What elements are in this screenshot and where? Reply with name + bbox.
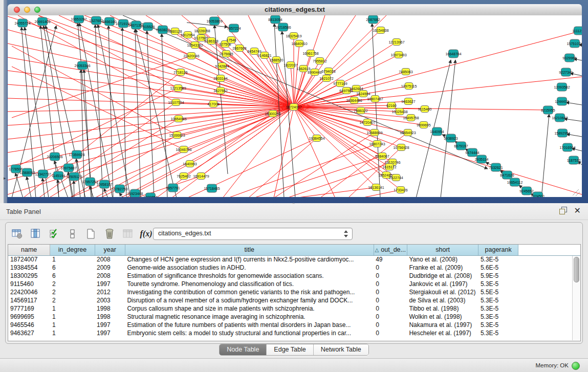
table-cell[interactable]: Changes of HCN gene expression and I(f) … (125, 255, 374, 264)
table-cell[interactable]: 0 (374, 264, 407, 272)
table-row[interactable]: 911546021997Tourette syndrome. Phenomeno… (8, 280, 580, 288)
table-cell[interactable]: 5.3E-5 (478, 296, 518, 304)
table-mode-icon[interactable] (11, 228, 24, 240)
memory-indicator[interactable] (572, 362, 580, 370)
table-row[interactable]: 977716911998Corpus callosum shape and si… (8, 304, 580, 313)
table-cell[interactable]: Disruption of a novel member of a sodium… (125, 296, 374, 304)
table-selector-dropdown[interactable]: citations_edges.txt (153, 228, 353, 240)
table-row[interactable]: 1938455462009Genome-wide association stu… (8, 264, 580, 272)
table-cell[interactable]: 0 (374, 313, 407, 321)
table-cell[interactable]: Tibbo et al. (1998) (407, 304, 478, 313)
network-window-titlebar[interactable]: citations_edges.txt (8, 4, 582, 16)
table-cell[interactable]: 1 (50, 313, 95, 321)
table-cell[interactable]: Franke et al. (2009) (407, 264, 478, 272)
table-cell[interactable]: Jankovic et al. (1997) (407, 280, 478, 288)
table-cell[interactable]: 9777169 (8, 304, 50, 313)
table-cell[interactable]: 9115460 (8, 280, 50, 288)
table-cell[interactable]: 5.5E-5 (478, 288, 518, 296)
splitter-grip-icon[interactable]: ⌃ (292, 202, 296, 207)
table-cell[interactable]: 18724007 (8, 255, 50, 264)
tab-network-table[interactable]: Network Table (314, 344, 368, 355)
table-cell[interactable]: 0 (374, 329, 407, 337)
table-cell[interactable]: 2003 (95, 296, 125, 304)
table-cell[interactable]: Structural magnetic resonance image aver… (125, 313, 374, 321)
table-cell[interactable]: 2 (50, 288, 95, 296)
table-cell[interactable]: Nakamura et al. (1997) (407, 321, 478, 329)
new-column-icon[interactable] (84, 228, 97, 240)
citation-network-graph[interactable]: 1872400718300295193845549860128591295418… (8, 15, 582, 197)
table-cell[interactable]: 1997 (95, 329, 125, 337)
table-cell[interactable]: 18300295 (8, 272, 50, 280)
table-cell[interactable]: 5.3E-5 (478, 304, 518, 313)
table-row[interactable]: 969969511998Structural magnetic resonanc… (8, 313, 580, 321)
table-scrollbar[interactable] (572, 256, 580, 340)
table-cell[interactable]: 9463627 (8, 329, 50, 337)
column-header-pagerank[interactable]: pagerank (478, 245, 518, 255)
network-canvas[interactable]: 1872400718300295193845549860128591295418… (8, 15, 582, 197)
table-cell[interactable]: Estimation of the future numbers of pati… (125, 321, 374, 329)
delete-column-icon[interactable] (103, 228, 116, 240)
table-cell[interactable]: 1 (50, 329, 95, 337)
float-window-icon[interactable] (559, 207, 567, 214)
column-header-out_de[interactable]: △out_de... (374, 245, 407, 255)
table-cell[interactable]: 22420046 (8, 288, 50, 296)
table-cell[interactable]: 5.3E-5 (478, 313, 518, 321)
table-cell[interactable]: Dudbridge et al. (2008) (407, 272, 478, 280)
column-header-title[interactable]: title (125, 245, 374, 255)
table-cell[interactable]: 1 (50, 255, 95, 264)
table-cell[interactable]: 6 (50, 264, 95, 272)
function-builder-icon[interactable]: f(x) (140, 228, 153, 240)
table-row[interactable]: 1872400712008Changes of HCN gene express… (8, 255, 580, 264)
close-panel-icon[interactable]: ✕ (574, 207, 581, 214)
table-cell[interactable]: 1 (50, 321, 95, 329)
table-cell[interactable]: 0 (374, 321, 407, 329)
table-cell[interactable]: 1997 (95, 280, 125, 288)
table-row[interactable]: 946554611997Estimation of the future num… (8, 321, 580, 329)
table-cell[interactable]: Estimation of significance thresholds fo… (125, 272, 374, 280)
table-cell[interactable]: Investigating the contribution of common… (125, 288, 374, 296)
table-cell[interactable]: 2008 (95, 255, 125, 264)
column-header-in_degree[interactable]: in_degree (50, 245, 95, 255)
clear-selection-icon[interactable] (66, 228, 79, 240)
table-cell[interactable]: 0 (374, 272, 407, 280)
table-cell[interactable]: Genome-wide association studies in ADHD. (125, 264, 374, 272)
table-cell[interactable]: 2 (50, 296, 95, 304)
table-cell[interactable]: 5.3E-5 (478, 255, 518, 264)
table-scrollbar-thumb[interactable] (574, 257, 579, 282)
table-cell[interactable]: Wolkin et al. (1998) (407, 313, 478, 321)
tab-node-table[interactable]: Node Table (220, 344, 267, 355)
table-cell[interactable]: Stergiakouli et al. (2012) (407, 288, 478, 296)
select-rows-icon[interactable] (48, 228, 60, 240)
table-row[interactable]: 946362711997Embryonic stem cells: a mode… (8, 329, 580, 337)
table-cell[interactable]: 5.3E-5 (478, 280, 518, 288)
table-row[interactable]: 1456911722003Disruption of a novel membe… (8, 296, 580, 304)
table-cell[interactable]: Hescheler et al. (1997) (407, 329, 478, 337)
table-cell[interactable]: 0 (374, 296, 407, 304)
table-row[interactable]: 2242004622012Investigating the contribut… (8, 288, 580, 296)
table-cell[interactable]: 2009 (95, 264, 125, 272)
table-cell[interactable]: 1998 (95, 313, 125, 321)
table-cell[interactable]: 1 (50, 304, 95, 313)
table-cell[interactable]: 5.6E-5 (478, 264, 518, 272)
node-table[interactable]: namein_degreeyeartitle△out_de...shortpag… (8, 245, 580, 337)
table-cell[interactable]: 5.3E-5 (478, 329, 518, 337)
control-panel-splitter[interactable]: ▸ (4, 0, 7, 203)
table-cell[interactable]: 0 (374, 288, 407, 296)
table-cell[interactable]: 5.9E-5 (478, 272, 518, 280)
table-cell[interactable]: Tourette syndrome. Phenomenology and cla… (125, 280, 374, 288)
table-cell[interactable]: 6 (50, 272, 95, 280)
table-cell[interactable]: 5.3E-5 (478, 321, 518, 329)
table-cell[interactable]: 2 (50, 280, 95, 288)
frame-resize-grip-icon[interactable] (573, 189, 579, 195)
table-cell[interactable]: 0 (374, 304, 407, 313)
table-cell[interactable]: 0 (374, 280, 407, 288)
tab-edge-table[interactable]: Edge Table (267, 344, 313, 355)
table-row[interactable]: 1830029562008Estimation of significance … (8, 272, 580, 280)
table-cell[interactable]: 9699695 (8, 313, 50, 321)
table-cell[interactable]: Corpus callosum shape and size in male p… (125, 304, 374, 313)
table-cell[interactable]: Embryonic stem cells: a model to study s… (125, 329, 374, 337)
column-header-name[interactable]: name (8, 245, 50, 255)
table-cell[interactable]: de Silva et al. (2003) (407, 296, 478, 304)
column-visibility-icon[interactable] (29, 228, 42, 240)
column-header-year[interactable]: year (95, 245, 125, 255)
